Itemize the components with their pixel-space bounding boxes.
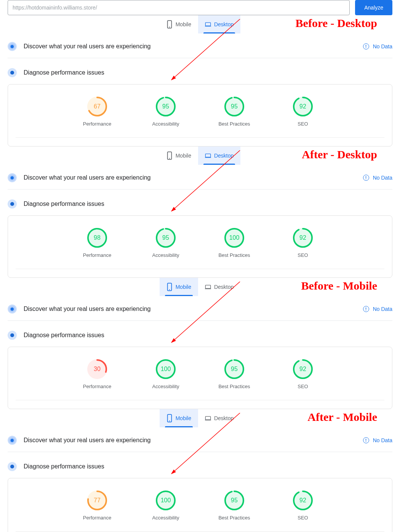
- scores-card: 77 Performance 100 Accessibility 95 Best…: [8, 478, 392, 532]
- discover-title: Discover what your real users are experi…: [24, 437, 363, 444]
- mobile-icon: [166, 151, 173, 160]
- accessibility-gauge[interactable]: 95 Accessibility: [145, 228, 187, 258]
- seo-gauge[interactable]: 92 SEO: [282, 97, 324, 127]
- best-practices-gauge[interactable]: 100 Best Practices: [213, 228, 255, 258]
- discover-title: Discover what your real users are experi…: [24, 306, 363, 312]
- no-data-link[interactable]: ! No Data: [363, 175, 392, 181]
- seo-gauge[interactable]: 92 SEO: [282, 228, 324, 258]
- report-section-after_mobile: MobileDesktop After - Mobile ⬢ Discover …: [8, 409, 392, 532]
- tab-desktop[interactable]: Desktop: [198, 409, 240, 427]
- analyze-button[interactable]: Analyze: [355, 0, 392, 15]
- diagnose-heading-row: Diagnose performance issues: [8, 321, 392, 347]
- accessibility-gauge[interactable]: 100 Accessibility: [145, 359, 187, 389]
- users-icon: ⬢: [8, 42, 17, 51]
- no-data-label: No Data: [373, 175, 392, 181]
- report-section-after_desktop: MobileDesktop After - Desktop ⬢ Discover…: [8, 147, 392, 278]
- target-icon: [8, 68, 17, 77]
- no-data-link[interactable]: ! No Data: [363, 306, 392, 312]
- diagnose-title: Diagnose performance issues: [24, 332, 104, 339]
- mobile-icon: [166, 20, 173, 29]
- report-section-before_mobile: MobileDesktop Before - Mobile ⬢ Discover…: [8, 278, 392, 409]
- seo-gauge[interactable]: 92 SEO: [282, 359, 324, 389]
- svg-rect-2: [205, 22, 210, 26]
- diagnose-title: Diagnose performance issues: [24, 463, 104, 470]
- target-icon: [8, 199, 17, 209]
- tab-desktop[interactable]: Desktop: [198, 15, 240, 33]
- no-data-link[interactable]: ! No Data: [363, 437, 392, 443]
- accessibility-gauge[interactable]: 95 Accessibility: [145, 97, 187, 127]
- svg-rect-11: [205, 154, 210, 157]
- discover-heading-row: ⬢ Discover what your real users are expe…: [8, 296, 392, 321]
- discover-title: Discover what your real users are experi…: [24, 174, 363, 181]
- desktop-icon: [205, 151, 211, 160]
- scores-card: 67 Performance 95 Accessibility 95 Best …: [8, 84, 392, 147]
- users-icon: ⬢: [8, 436, 17, 445]
- diagnose-heading-row: Diagnose performance issues: [8, 58, 392, 84]
- diagnose-title: Diagnose performance issues: [24, 69, 104, 76]
- target-icon: [8, 462, 17, 471]
- url-input[interactable]: [8, 0, 350, 15]
- tab-desktop[interactable]: Desktop: [198, 278, 240, 296]
- performance-gauge[interactable]: 67 Performance: [76, 97, 118, 127]
- mobile-icon: [166, 283, 173, 291]
- performance-gauge[interactable]: 98 Performance: [76, 228, 118, 258]
- discover-heading-row: ⬢ Discover what your real users are expe…: [8, 165, 392, 190]
- users-icon: ⬢: [8, 304, 17, 314]
- users-icon: ⬢: [8, 173, 17, 182]
- scores-card: 98 Performance 95 Accessibility 100 Best…: [8, 215, 392, 278]
- tab-mobile[interactable]: Mobile: [160, 147, 198, 165]
- discover-heading-row: ⬢ Discover what your real users are expe…: [8, 33, 392, 58]
- mobile-icon: [166, 414, 173, 422]
- tab-desktop[interactable]: Desktop: [198, 147, 240, 165]
- scores-card: 30 Performance 100 Accessibility 95 Best…: [8, 347, 392, 409]
- discover-title: Discover what your real users are experi…: [24, 43, 363, 50]
- report-section-before_desktop: MobileDesktop Before - Desktop ⬢ Discove…: [8, 15, 392, 147]
- target-icon: [8, 331, 17, 340]
- svg-rect-29: [205, 416, 210, 420]
- svg-point-1: [169, 27, 170, 27]
- performance-gauge[interactable]: 77 Performance: [76, 491, 118, 521]
- accessibility-gauge[interactable]: 100 Accessibility: [145, 491, 187, 521]
- desktop-icon: [205, 20, 211, 29]
- svg-rect-20: [205, 285, 210, 288]
- no-data-label: No Data: [373, 43, 392, 49]
- diagnose-heading-row: Diagnose performance issues: [8, 190, 392, 215]
- no-data-link[interactable]: ! No Data: [363, 43, 392, 49]
- svg-point-19: [169, 289, 170, 290]
- best-practices-gauge[interactable]: 95 Best Practices: [213, 359, 255, 389]
- diagnose-heading-row: Diagnose performance issues: [8, 452, 392, 478]
- svg-point-28: [169, 421, 170, 421]
- performance-gauge[interactable]: 30 Performance: [76, 359, 118, 389]
- seo-gauge[interactable]: 92 SEO: [282, 491, 324, 521]
- tab-mobile[interactable]: Mobile: [160, 278, 198, 296]
- info-icon: !: [363, 306, 369, 312]
- tab-mobile[interactable]: Mobile: [160, 409, 198, 427]
- info-icon: !: [363, 43, 369, 49]
- discover-heading-row: ⬢ Discover what your real users are expe…: [8, 427, 392, 452]
- info-icon: !: [363, 175, 369, 181]
- no-data-label: No Data: [373, 437, 392, 443]
- diagnose-title: Diagnose performance issues: [24, 201, 104, 207]
- desktop-icon: [205, 283, 211, 291]
- best-practices-gauge[interactable]: 95 Best Practices: [213, 97, 255, 127]
- svg-point-10: [169, 158, 170, 159]
- tab-mobile[interactable]: Mobile: [160, 15, 198, 33]
- no-data-label: No Data: [373, 306, 392, 312]
- info-icon: !: [363, 437, 369, 443]
- desktop-icon: [205, 414, 211, 422]
- best-practices-gauge[interactable]: 95 Best Practices: [213, 491, 255, 521]
